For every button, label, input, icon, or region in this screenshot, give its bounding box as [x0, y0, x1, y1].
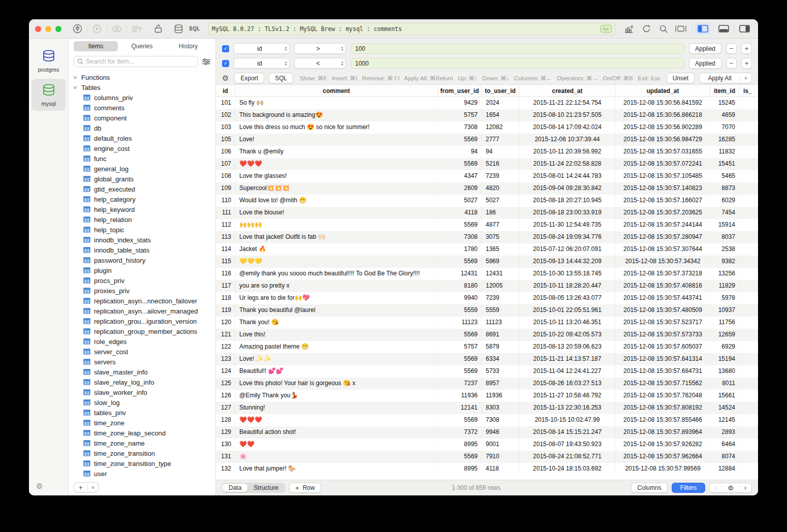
cell-created-at[interactable]: 2015-10-15 10:02:47.99: [519, 414, 616, 426]
cell-comment[interactable]: Thank you beautiful @laurel: [235, 304, 438, 317]
zoom-window-button[interactable]: [55, 26, 61, 32]
cell-updated-at[interactable]: 2015-12-08 15:30:57.523717: [616, 317, 710, 329]
cell-comment[interactable]: Ur legs are to die for🙌💖: [235, 292, 438, 304]
sidebar-table-item[interactable]: slave_master_info: [69, 367, 215, 377]
tree-group-functions[interactable]: ∨ Functions: [69, 72, 215, 82]
tab-queries[interactable]: Queries: [120, 41, 164, 51]
connection-postgres[interactable]: postgres: [32, 45, 66, 77]
sidebar-table-item[interactable]: procs_priv: [69, 275, 215, 286]
cell-id[interactable]: 122: [216, 341, 235, 353]
cell-to-user-id[interactable]: 5733: [482, 365, 519, 378]
cell-id[interactable]: 102: [216, 109, 235, 121]
tab-structure[interactable]: Structure: [247, 484, 285, 492]
cell-from-user-id[interactable]: 2609: [438, 182, 482, 195]
cell-from-user-id[interactable]: 11936: [438, 390, 482, 402]
cell-updated-at[interactable]: 2015-12-08 15:30:57.280947: [616, 231, 710, 243]
cell-updated-at[interactable]: 2015-12-08 15:30:57.641314: [616, 353, 710, 365]
cell-is[interactable]: [739, 414, 758, 426]
sidebar-table-item[interactable]: component: [69, 113, 215, 123]
cell-to-user-id[interactable]: 4118: [482, 463, 519, 475]
cell-is[interactable]: [739, 390, 758, 402]
cell-created-at[interactable]: 2015-11-21 22:12:54.754: [519, 97, 616, 109]
cell-from-user-id[interactable]: 8995: [438, 463, 482, 475]
sidebar-table-item[interactable]: server_cost: [69, 347, 215, 357]
cell-to-user-id[interactable]: 7239: [482, 170, 519, 182]
cell-created-at[interactable]: 2015-12-06 10:37:39.44: [519, 134, 616, 146]
sidebar-table-item[interactable]: time_zone: [69, 418, 215, 428]
add-filter-button[interactable]: +: [741, 58, 752, 69]
cell-created-at[interactable]: 2015-11-30 12:54:49.735: [519, 219, 616, 231]
cell-comment[interactable]: Love that jacket! Outfit is fab 🙌🏻: [235, 231, 438, 243]
sidebar-table-item[interactable]: help_category: [69, 194, 215, 204]
filters-button[interactable]: Filters: [672, 483, 706, 493]
cell-to-user-id[interactable]: 7910: [482, 451, 519, 463]
cell-comment[interactable]: 💛💛💛: [235, 256, 438, 268]
cell-item-id[interactable]: 12659: [710, 329, 739, 341]
cell-from-user-id[interactable]: 5569: [438, 158, 482, 170]
cell-created-at[interactable]: 2015-10-11 13:20:46.351: [519, 317, 616, 329]
sidebar-table-item[interactable]: innodb_index_stats: [69, 235, 215, 245]
cell-is[interactable]: [739, 365, 758, 378]
tree-group-tables[interactable]: ∨ Tables: [69, 82, 215, 92]
cell-to-user-id[interactable]: 186: [482, 207, 519, 219]
sidebar-table-item[interactable]: help_keyword: [69, 204, 215, 214]
cell-id[interactable]: 120: [216, 317, 235, 329]
cell-comment[interactable]: ❤️❤️❤️: [235, 158, 438, 170]
cell-item-id[interactable]: 11832: [710, 146, 739, 158]
cell-from-user-id[interactable]: 5569: [438, 134, 482, 146]
cell-item-id[interactable]: 8037: [710, 231, 739, 243]
filter-sliders-icon[interactable]: [202, 58, 210, 65]
connect-icon[interactable]: [69, 23, 86, 35]
cell-to-user-id[interactable]: 8303: [482, 402, 519, 414]
cell-created-at[interactable]: 2015-08-10 21:23:57.505: [519, 109, 616, 121]
cell-id[interactable]: 105: [216, 134, 235, 146]
cell-from-user-id[interactable]: 5569: [438, 256, 482, 268]
cell-comment[interactable]: Love this photo! Your hair is gorgeous 😘…: [235, 378, 438, 390]
sidebar-table-item[interactable]: proxies_priv: [69, 286, 215, 296]
cell-created-at[interactable]: 2015-08-07 19:43:50.923: [519, 439, 616, 451]
sidebar-table-item[interactable]: help_relation: [69, 214, 215, 225]
cell-created-at[interactable]: 2015-10-30 13:55:18.745: [519, 268, 616, 280]
column-header-created-at[interactable]: created_at: [519, 85, 616, 97]
cell-is[interactable]: [739, 195, 758, 207]
preview-eye-icon[interactable]: [108, 23, 125, 35]
sidebar-table-item[interactable]: general_log: [69, 164, 215, 174]
cell-updated-at[interactable]: 2015-12-08 15:30:57.99569: [616, 463, 710, 475]
cell-is[interactable]: [739, 219, 758, 231]
cell-is[interactable]: [739, 402, 758, 414]
cell-to-user-id[interactable]: 12082: [482, 121, 519, 134]
settings-gear-icon[interactable]: ⚙: [36, 482, 43, 491]
cell-created-at[interactable]: 2015-08-18 23:00:33.919: [519, 207, 616, 219]
add-row-button[interactable]: + Row: [289, 483, 321, 493]
cell-from-user-id[interactable]: 5569: [438, 414, 482, 426]
cell-id[interactable]: 116: [216, 268, 235, 280]
cell-comment[interactable]: Love this dress so much 😍 so nice for su…: [235, 121, 438, 134]
cell-created-at[interactable]: 2015-11-04 12:24:41.227: [519, 365, 616, 378]
focus-layout-icon[interactable]: [672, 23, 689, 35]
cell-from-user-id[interactable]: 7308: [438, 121, 482, 134]
cell-updated-at[interactable]: 2015-12-08 15:30:56.902289: [616, 121, 710, 134]
filter-column-select[interactable]: id▴▾: [234, 58, 290, 69]
sidebar-table-item[interactable]: engine_cost: [69, 143, 215, 153]
column-header-id[interactable]: id: [216, 85, 235, 97]
cell-to-user-id[interactable]: 1365: [482, 243, 519, 256]
cell-comment[interactable]: Stunning!: [235, 402, 438, 414]
cell-item-id[interactable]: 6029: [710, 195, 739, 207]
cell-updated-at[interactable]: 2015-12-08 15:30:57.072241: [616, 158, 710, 170]
column-header-is[interactable]: is_: [739, 85, 758, 97]
cell-updated-at[interactable]: 2015-12-08 15:30:57.443741: [616, 292, 710, 304]
sidebar-table-item[interactable]: replication_asyn...ailover_managed: [69, 306, 215, 316]
toggle-left-panel-button[interactable]: [695, 23, 710, 35]
cell-created-at[interactable]: 2015-08-24 19:09:34.776: [519, 231, 616, 243]
sidebar-table-item[interactable]: servers: [69, 357, 215, 367]
filter-value-input[interactable]: 100: [351, 43, 684, 54]
cell-is[interactable]: [739, 109, 758, 121]
cell-id[interactable]: 118: [216, 292, 235, 304]
tab-history[interactable]: History: [166, 41, 210, 51]
cell-updated-at[interactable]: 2015-12-08 15:30:57.480509: [616, 304, 710, 317]
chart-icon[interactable]: [620, 23, 638, 35]
sidebar-table-item[interactable]: slave_worker_info: [69, 387, 215, 397]
cell-created-at[interactable]: 2015-10-22 09:42:05.573: [519, 329, 616, 341]
cell-updated-at[interactable]: 2015-12-08 15:30:57.105485: [616, 170, 710, 182]
cell-id[interactable]: 125: [216, 378, 235, 390]
